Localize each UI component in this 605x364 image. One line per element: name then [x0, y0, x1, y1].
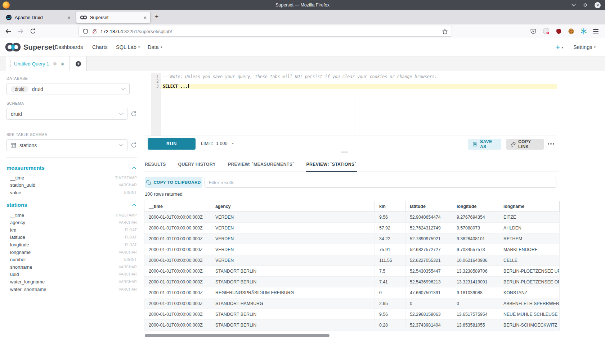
nav-item-charts[interactable]: Charts [92, 44, 108, 50]
editor-code-area[interactable]: -- Note: Unless you save your query, the… [161, 74, 557, 89]
query-tab-close-icon[interactable]: × [61, 61, 64, 67]
insecure-lock-icon[interactable] [92, 28, 97, 34]
results-tab-1[interactable]: QUERY HISTORY [178, 157, 216, 172]
new-tab-button[interactable]: + [155, 13, 159, 20]
schema-column-row: valueBIGINT [6, 189, 137, 196]
run-button[interactable]: RUN [148, 138, 196, 150]
cookie-icon[interactable] [568, 28, 574, 35]
table-cell: ABBENFLETH SPERRWERK [499, 298, 560, 309]
column-type: VARCHAR [119, 220, 137, 224]
results-tab-0[interactable]: RESULTS [144, 157, 167, 172]
chevron-down-icon: ▾ [562, 46, 564, 49]
settings-menu[interactable]: Settings▾ [573, 44, 596, 50]
table-cell: 2000-01-01T00:00:00.000Z [144, 233, 211, 244]
table-cell: 2000-01-01T00:00:00.000Z [144, 309, 211, 320]
plus-circle-icon [75, 61, 81, 67]
table-cell: VERDEN [211, 223, 375, 233]
window-title: Superset — Mozilla Firefox [0, 3, 605, 8]
schema-column-row: latitudeFLOAT [6, 234, 137, 241]
schema-column-row: water_longnameVARCHAR [6, 278, 137, 286]
horizontal-scrollbar[interactable] [144, 334, 559, 337]
column-header-__time[interactable]: __time [144, 201, 211, 212]
new-query-tab-button[interactable] [70, 56, 87, 71]
column-type: FLOAT [125, 228, 137, 232]
chevron-down-icon [119, 113, 123, 115]
window-minimize-button[interactable] [572, 4, 576, 6]
column-header-km[interactable]: km [375, 201, 405, 212]
column-header-longitude[interactable]: longitude [452, 201, 499, 212]
copy-to-clipboard-button[interactable]: COPY TO CLIPBOARD [145, 177, 202, 188]
table-cell: BERLIN-PLOETZENSEE OP [499, 277, 560, 287]
schema-table-toggle[interactable]: stations [6, 201, 136, 209]
brand-name: Superset [23, 43, 55, 51]
chevron-down-icon [119, 144, 123, 147]
column-header-longname[interactable]: longname [499, 201, 560, 212]
database-select[interactable]: druid druid [6, 83, 130, 95]
nav-item-data[interactable]: Data▾ [148, 44, 162, 50]
browser-tab-apache-druid[interactable]: Apache Druid × [2, 12, 74, 23]
refresh-table-icon[interactable] [131, 142, 137, 148]
url-text[interactable]: 172.18.0.4:32251/superset/sqllab/ [100, 29, 172, 34]
url-bar[interactable]: 172.18.0.4:32251/superset/sqllab/ [79, 26, 452, 37]
table-cell: STANDORT HAMBURG [211, 298, 375, 309]
nav-item-sql-lab[interactable]: SQL Lab▾ [116, 44, 140, 50]
tab-close-icon[interactable]: × [67, 15, 71, 20]
superset-logo[interactable]: Superset [4, 41, 55, 53]
pocket-icon[interactable] [530, 28, 537, 35]
bookmark-star-icon[interactable] [442, 28, 448, 35]
query-tab-untitled-query-1[interactable]: Untitled Query 1 × [6, 56, 70, 71]
shield-icon[interactable] [82, 28, 89, 35]
scrollbar-thumb[interactable] [145, 334, 330, 337]
column-type: BIGINT [124, 191, 137, 195]
see-table-schema-label: SEE TABLE SCHEMA [6, 132, 137, 137]
table-cell: 9.7034557573 [452, 244, 499, 255]
ublock-shield-icon[interactable] [556, 28, 562, 35]
table-schema-select[interactable]: stations [6, 139, 127, 151]
table-row: 2000-01-01T00:00:00.000ZSTANDORT BERLIN9… [144, 309, 560, 320]
schema-column-row: uuidVARCHAR [6, 271, 137, 278]
schema-select[interactable]: druid [6, 108, 127, 120]
column-name: number [10, 257, 26, 262]
schema-value: druid [11, 111, 22, 117]
window-maximize-button[interactable] [583, 3, 588, 8]
chevron-up-icon[interactable] [132, 167, 136, 169]
column-name: latitude [10, 235, 25, 240]
table-cell: 10.0621640936 [452, 255, 499, 266]
column-name: water_longname [10, 279, 45, 285]
table-cell: 52.6227055321 [405, 255, 452, 266]
results-table: __timeagencykmlatitudelongitudelongname2… [144, 201, 560, 331]
results-tab-3[interactable]: PREVIEW: `STATIONS` [306, 157, 357, 172]
column-header-agency[interactable]: agency [211, 201, 375, 212]
reload-icon[interactable] [30, 28, 36, 34]
column-header-latitude[interactable]: latitude [405, 201, 452, 212]
window-close-button[interactable]: × [595, 2, 601, 8]
limit-control[interactable]: LIMIT: 1 000 ▾ [201, 141, 234, 146]
copy-link-button[interactable]: COPY LINK [506, 139, 544, 150]
results-tab-bar: RESULTSQUERY HISTORYPREVIEW: `MEASUREMEN… [144, 157, 559, 172]
menu-icon[interactable] [593, 28, 599, 35]
chevron-up-icon[interactable] [132, 204, 136, 206]
pane-resize-handle[interactable] [341, 151, 348, 154]
add-new-button[interactable]: +▾ [556, 44, 563, 50]
sql-editor[interactable]: 123 -- Note: Unless you save your query,… [151, 73, 557, 136]
back-icon[interactable] [5, 28, 12, 34]
browser-tab-superset[interactable]: Superset × [76, 12, 150, 23]
table-cell: BERLIN-SCHMOECKWITZ [499, 320, 560, 331]
table-cell: 13.653581055 [452, 320, 499, 331]
column-name: uuid [10, 272, 19, 277]
table-cell: 75.91 [375, 244, 405, 255]
tab-close-icon[interactable]: × [143, 15, 147, 20]
refresh-schema-icon[interactable] [131, 111, 137, 117]
filter-results-input[interactable] [205, 177, 556, 188]
nav-item-dashboards[interactable]: Dashboards [55, 44, 83, 50]
asterisk-extension-icon[interactable] [581, 28, 587, 35]
results-tab-2[interactable]: PREVIEW: `MEASUREMENTS` [227, 157, 295, 172]
schema-table-toggle[interactable]: measurements [6, 164, 136, 172]
extension-icon[interactable] [543, 28, 550, 35]
more-options-icon[interactable] [548, 143, 554, 145]
forward-icon[interactable] [17, 28, 24, 34]
limit-label: LIMIT: [201, 141, 213, 146]
save-as-button[interactable]: SAVE AS [468, 139, 501, 150]
unsaved-indicator-dot [53, 62, 57, 65]
chevron-down-icon: ▾ [161, 45, 162, 49]
